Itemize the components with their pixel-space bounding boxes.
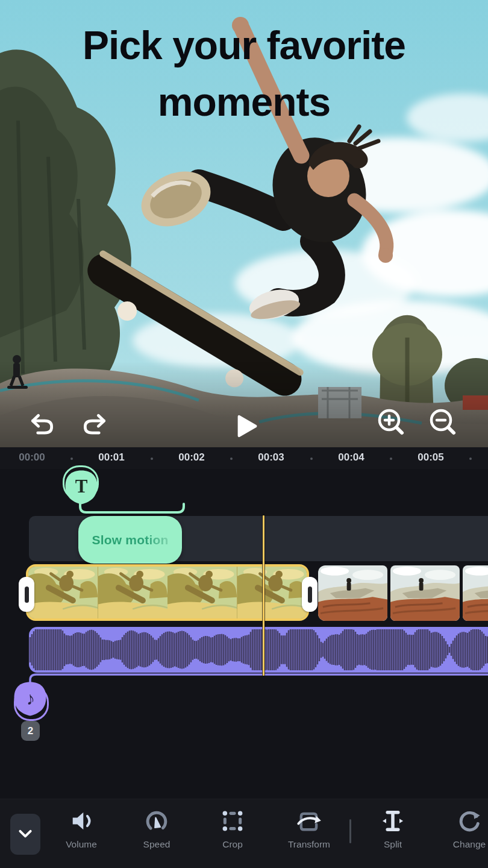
toolbar-divider bbox=[349, 819, 351, 843]
transform-label: Transform bbox=[288, 839, 330, 850]
ruler-tick: 00:04 bbox=[338, 451, 364, 464]
title-line-1: Pick your favorite bbox=[0, 17, 488, 74]
zoom-in-button[interactable] bbox=[374, 405, 407, 439]
speed-button[interactable]: Speed bbox=[125, 805, 188, 866]
undo-button[interactable] bbox=[25, 408, 59, 442]
clip-thumbnail bbox=[98, 567, 168, 618]
trim-handle-grip bbox=[25, 587, 29, 603]
clip-thumbnail bbox=[318, 565, 387, 621]
ruler-dot bbox=[390, 458, 392, 460]
chevron-down-icon bbox=[14, 822, 37, 847]
playhead[interactable] bbox=[263, 515, 264, 676]
ruler-dot bbox=[230, 458, 233, 460]
zoom-out-icon bbox=[425, 405, 459, 439]
bottom-toolbar: Volume Speed C bbox=[0, 799, 488, 868]
zoom-out-button[interactable] bbox=[425, 405, 459, 439]
split-label: Split bbox=[384, 839, 402, 850]
music-track-badge[interactable]: ♪ bbox=[13, 681, 47, 717]
ruler-tick: 00:05 bbox=[418, 451, 443, 464]
play-icon bbox=[230, 411, 260, 441]
onboarding-title: Pick your favorite moments bbox=[0, 17, 488, 130]
split-button[interactable]: Split bbox=[361, 805, 424, 866]
audio-track-2-outline bbox=[25, 673, 488, 685]
clip-thumbnail bbox=[28, 567, 98, 618]
split-icon bbox=[380, 805, 406, 837]
ruler-tick: 00:02 bbox=[178, 451, 204, 464]
crop-icon bbox=[219, 805, 246, 837]
ruler-tick: 00:01 bbox=[98, 451, 124, 464]
volume-label: Volume bbox=[66, 839, 97, 850]
trim-handle-left[interactable] bbox=[19, 577, 34, 612]
redo-icon bbox=[81, 411, 108, 439]
clip-thumbnail bbox=[167, 567, 237, 618]
slow-motion-text-clip[interactable]: Slow motion bbox=[78, 516, 182, 564]
volume-button[interactable]: Volume bbox=[50, 805, 113, 866]
text-clip-icon: T bbox=[75, 476, 88, 497]
transform-icon bbox=[296, 805, 322, 837]
clip-thumbnail bbox=[237, 567, 307, 618]
ruler-tick: 00:03 bbox=[258, 451, 284, 464]
undo-icon bbox=[28, 411, 56, 439]
audio-count-value: 2 bbox=[28, 725, 33, 737]
zoom-in-icon bbox=[374, 405, 407, 439]
speed-icon bbox=[143, 805, 170, 837]
audio-clip[interactable] bbox=[29, 627, 488, 673]
clip-thumbnail bbox=[463, 565, 488, 621]
clip-thumbnail bbox=[390, 565, 460, 621]
ruler-dot bbox=[151, 458, 153, 460]
play-button[interactable] bbox=[228, 409, 261, 443]
audio-count-badge: 2 bbox=[21, 721, 40, 741]
change-label: Change bbox=[453, 839, 486, 850]
collapse-toolbar-button[interactable] bbox=[10, 814, 40, 855]
audio-waveform bbox=[29, 627, 488, 673]
ruler-dot bbox=[469, 458, 472, 460]
trim-handle-grip bbox=[308, 587, 312, 603]
title-line-2: moments bbox=[0, 74, 488, 130]
trim-handle-right[interactable] bbox=[302, 577, 318, 612]
transform-button[interactable]: Transform bbox=[278, 805, 340, 866]
speed-label: Speed bbox=[143, 839, 170, 850]
text-clip-duration-bracket bbox=[75, 500, 187, 515]
crop-label: Crop bbox=[222, 839, 243, 850]
music-note-icon: ♪ bbox=[25, 688, 36, 709]
change-icon bbox=[456, 805, 483, 837]
ruler-dot bbox=[310, 458, 313, 460]
redo-button[interactable] bbox=[78, 408, 111, 442]
slow-motion-label: Slow motion bbox=[92, 533, 168, 547]
ruler-tick: 00:00 bbox=[19, 451, 45, 464]
volume-icon bbox=[68, 805, 95, 837]
change-button[interactable]: Change bbox=[438, 805, 488, 866]
crop-button[interactable]: Crop bbox=[201, 805, 264, 866]
ruler-dot bbox=[70, 458, 73, 460]
video-clip-selected[interactable] bbox=[26, 564, 309, 621]
video-clip-canyon[interactable] bbox=[318, 565, 488, 621]
video-preview[interactable]: Pick your favorite moments bbox=[0, 0, 488, 447]
